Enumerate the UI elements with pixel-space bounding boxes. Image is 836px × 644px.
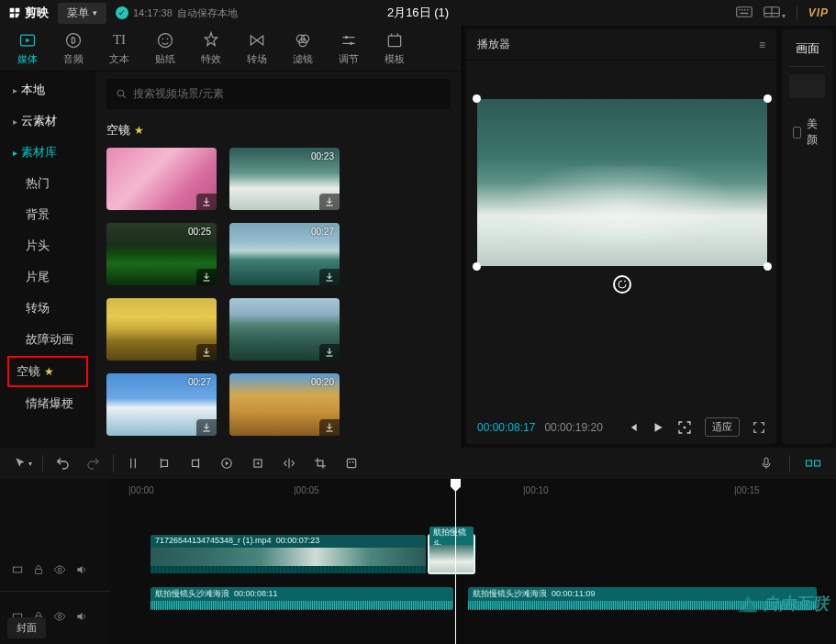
ai-tool[interactable]	[336, 450, 367, 476]
download-icon[interactable]	[319, 419, 340, 436]
svg-point-34	[58, 568, 61, 572]
download-icon[interactable]	[196, 194, 217, 210]
svg-point-17	[345, 36, 348, 39]
asset-thumbnail[interactable]: 00:27	[106, 373, 217, 436]
timeline-ruler[interactable]: |00:00|00:05|00:10|00:15	[110, 479, 836, 501]
layout-icon[interactable]: ▾	[764, 6, 786, 21]
mute-icon[interactable]	[75, 563, 88, 579]
asset-thumbnail[interactable]: 00:25	[106, 223, 217, 285]
play-icon[interactable]	[652, 421, 664, 434]
svg-point-21	[684, 426, 686, 428]
download-icon[interactable]	[319, 269, 340, 285]
delete-right-tool[interactable]	[180, 450, 211, 476]
focus-icon[interactable]	[677, 420, 692, 435]
checkbox[interactable]	[793, 127, 801, 139]
insert-clip[interactable]: 航拍慢镜头	[428, 534, 475, 574]
tab-filter[interactable]: 滤镜	[281, 28, 325, 70]
svg-point-37	[58, 615, 61, 618]
prev-frame-icon[interactable]	[626, 421, 639, 434]
asset-thumbnail[interactable]	[229, 298, 340, 361]
inspector-panel: 画面 美颜	[782, 29, 832, 444]
asset-thumbnail[interactable]	[106, 148, 217, 210]
tab-template[interactable]: 模板	[373, 28, 417, 70]
sidebar-group-local[interactable]: ▸本地	[0, 74, 95, 105]
fullscreen-icon[interactable]	[752, 421, 765, 434]
player-viewport[interactable]	[466, 61, 776, 410]
undo-button[interactable]	[47, 450, 78, 476]
download-icon[interactable]	[196, 269, 217, 285]
duration-label: 00:27	[311, 227, 334, 237]
resize-handle[interactable]	[473, 262, 481, 271]
split-tool[interactable]	[117, 450, 149, 476]
mute-icon[interactable]	[75, 610, 88, 626]
svg-point-18	[350, 41, 352, 44]
video-clip[interactable]: 71726544134745348_r (1).mp4 00:00:07:23	[150, 535, 426, 573]
download-icon[interactable]	[196, 419, 217, 436]
crop-tool[interactable]	[305, 450, 336, 476]
redo-button[interactable]	[78, 450, 109, 476]
svg-rect-33	[36, 569, 42, 573]
pointer-tool[interactable]: ▾	[7, 450, 39, 476]
tab-effects[interactable]: 特效	[189, 28, 233, 70]
download-icon[interactable]	[319, 344, 340, 361]
delete-left-tool[interactable]	[149, 450, 180, 476]
tab-sticker[interactable]: 贴纸	[143, 28, 187, 70]
sidebar-group-library[interactable]: ▸素材库	[0, 137, 95, 168]
tab-transition[interactable]: 转场	[235, 28, 279, 70]
search-input[interactable]: 搜索视频场景/元素	[106, 79, 451, 109]
asset-thumbnail[interactable]: 00:27	[229, 223, 340, 285]
audio-clip[interactable]: 航拍慢镜头沙滩海浪 00:00:08:11	[150, 587, 453, 609]
keyboard-icon[interactable]	[736, 6, 752, 21]
sidebar-item-hot[interactable]: 热门	[0, 168, 95, 199]
mirror-tool[interactable]	[273, 450, 305, 476]
tab-audio[interactable]: 音频	[51, 28, 95, 70]
rotate-handle[interactable]	[613, 275, 631, 294]
asset-thumbnail[interactable]: 00:20	[229, 373, 340, 436]
sidebar-item-intro[interactable]: 片头	[0, 230, 95, 261]
vip-badge[interactable]: VIP	[808, 6, 829, 19]
sidebar-item-outro[interactable]: 片尾	[0, 261, 95, 293]
lock-icon[interactable]	[33, 564, 44, 578]
sidebar-group-cloud[interactable]: ▸云素材	[0, 105, 95, 137]
sidebar-item-transition[interactable]: 转场	[0, 293, 95, 324]
sidebar: ▸本地 ▸云素材 ▸素材库 热门 背景 片头 片尾 转场 故障动画 空镜 ★ 情…	[0, 72, 95, 448]
eye-icon[interactable]	[53, 610, 66, 626]
inspector-subtab[interactable]	[789, 74, 825, 98]
adapt-button[interactable]: 适应	[705, 417, 740, 437]
mic-button[interactable]	[751, 450, 782, 476]
sidebar-item-empty-shot[interactable]: 空镜 ★	[7, 356, 88, 387]
record-tool[interactable]	[211, 450, 242, 476]
download-icon[interactable]	[196, 344, 217, 361]
svg-rect-31	[815, 461, 820, 466]
resize-handle[interactable]	[764, 94, 772, 103]
menu-button[interactable]: 菜单 ▾	[58, 3, 106, 24]
tab-media[interactable]: 媒体	[6, 28, 50, 70]
svg-rect-23	[193, 461, 199, 467]
svg-rect-32	[13, 567, 21, 572]
svg-rect-4	[747, 9, 749, 11]
sidebar-item-glitch[interactable]: 故障动画	[0, 324, 95, 355]
playhead[interactable]	[455, 479, 456, 644]
track-toggle-icon[interactable]	[11, 563, 24, 579]
beauty-toggle[interactable]: 美颜	[789, 109, 825, 155]
svg-point-12	[162, 38, 164, 39]
cover-button[interactable]: 封面	[7, 617, 46, 638]
tab-adjust[interactable]: 调节	[327, 28, 371, 70]
player-menu-icon[interactable]: ≡	[759, 39, 765, 51]
asset-thumbnail[interactable]	[106, 298, 217, 361]
resize-handle[interactable]	[473, 94, 481, 103]
resize-handle[interactable]	[764, 262, 772, 271]
asset-thumbnail[interactable]: 00:23	[229, 148, 340, 210]
total-time: 00:00:19:20	[544, 421, 602, 434]
sidebar-item-background[interactable]: 背景	[0, 199, 95, 230]
search-icon	[116, 88, 128, 100]
sidebar-item-meme[interactable]: 情绪爆梗	[0, 388, 95, 419]
download-icon[interactable]	[319, 194, 340, 210]
reverse-tool[interactable]	[242, 450, 273, 476]
inspector-tab[interactable]: 画面	[789, 37, 825, 66]
eye-icon[interactable]	[53, 563, 66, 579]
magnet-toggle[interactable]	[797, 450, 829, 476]
tab-text[interactable]: TI文本	[97, 28, 141, 70]
svg-rect-19	[388, 36, 400, 47]
star-icon: ★	[134, 124, 144, 137]
